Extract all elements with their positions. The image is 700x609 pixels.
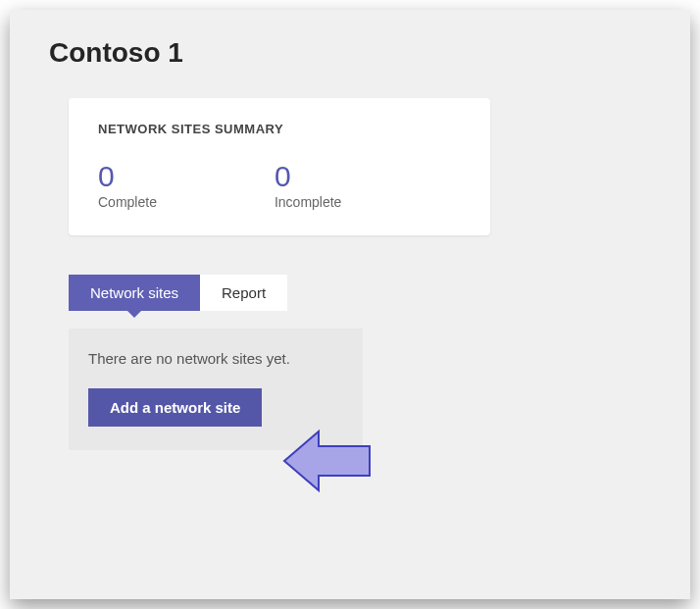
stat-complete: 0 Complete [98, 160, 157, 210]
stat-incomplete: 0 Incomplete [275, 160, 341, 210]
page-container: Contoso 1 NETWORK SITES SUMMARY 0 Comple… [10, 10, 690, 599]
empty-state-text: There are no network sites yet. [88, 350, 343, 367]
network-sites-panel: There are no network sites yet. Add a ne… [69, 329, 363, 450]
stat-incomplete-value: 0 [275, 160, 341, 192]
summary-card: NETWORK SITES SUMMARY 0 Complete 0 Incom… [69, 98, 490, 235]
summary-header: NETWORK SITES SUMMARY [98, 122, 461, 136]
tab-report[interactable]: Report [200, 275, 287, 311]
tabs: Network sites Report [69, 275, 651, 311]
add-network-site-button[interactable]: Add a network site [88, 388, 262, 427]
stat-complete-value: 0 [98, 160, 157, 192]
stat-complete-label: Complete [98, 194, 157, 210]
stat-incomplete-label: Incomplete [275, 194, 341, 210]
tab-network-sites[interactable]: Network sites [69, 275, 200, 311]
summary-stats: 0 Complete 0 Incomplete [98, 160, 461, 210]
page-title: Contoso 1 [49, 37, 651, 69]
